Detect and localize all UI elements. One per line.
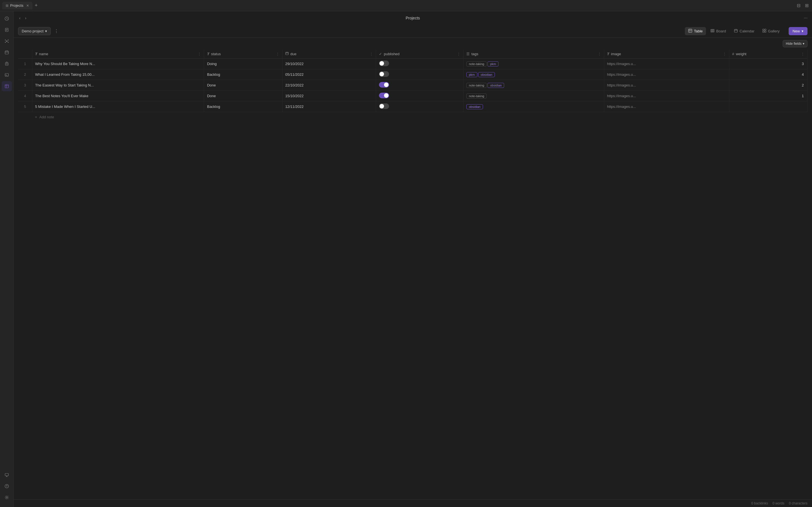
table-row[interactable]: 3The Easiest Way to Start Taking N...Don… [18, 80, 808, 91]
add-note-row[interactable]: + Add note [18, 112, 808, 122]
col-image-more[interactable]: ⋮ [723, 52, 726, 56]
table-row[interactable]: 4The Best Notes You'll Ever MakeDone15/1… [18, 91, 808, 101]
view-tab-table[interactable]: Table [685, 27, 706, 35]
col-name-more[interactable]: ⋮ [198, 52, 201, 56]
row-name[interactable]: 5 Mistake I Made When I Started U... [32, 101, 204, 112]
row-due[interactable]: 05/11/2022 [282, 69, 376, 80]
sidebar-item-clipboard[interactable] [2, 59, 12, 69]
row-image[interactable]: https://images.u... [604, 101, 729, 112]
svg-rect-18 [5, 62, 8, 65]
svg-line-11 [7, 41, 7, 41]
toolbar-more-button[interactable]: ⋮ [54, 29, 59, 34]
col-due[interactable]: due ⋮ [282, 50, 376, 59]
row-weight[interactable]: 3 [729, 59, 807, 69]
forward-button[interactable]: › [24, 15, 28, 21]
svg-rect-21 [5, 73, 8, 76]
sidebar-item-settings[interactable] [2, 492, 12, 503]
row-due[interactable]: 15/10/2022 [282, 91, 376, 101]
col-due-more[interactable]: ⋮ [370, 52, 373, 56]
row-published[interactable] [376, 101, 463, 112]
sidebar-item-graph[interactable] [2, 36, 12, 46]
col-weight-more[interactable]: ⋮ [801, 52, 804, 56]
collapse-sidebar-button[interactable]: ⊟ [796, 2, 802, 9]
row-image[interactable]: https://images.u... [604, 80, 729, 91]
sidebar-item-pages[interactable] [2, 25, 12, 35]
hide-fields-label: Hide fields [786, 42, 802, 46]
col-tags-more[interactable]: ⋮ [598, 52, 601, 56]
svg-point-6 [5, 40, 6, 41]
row-weight[interactable]: 2 [729, 80, 807, 91]
row-status[interactable]: Backlog [204, 69, 282, 80]
weight-hash-icon: # [732, 52, 734, 56]
row-published[interactable] [376, 91, 463, 101]
new-tab-button[interactable]: + [33, 1, 40, 10]
row-image[interactable]: https://images.u... [604, 91, 729, 101]
row-status[interactable]: Done [204, 80, 282, 91]
nav-more-button[interactable]: ··· [804, 15, 808, 20]
row-image[interactable]: https://images.u... [604, 69, 729, 80]
row-status[interactable]: Done [204, 91, 282, 101]
table-row[interactable]: 1Why You Should Be Taking More N...Doing… [18, 59, 808, 69]
row-due[interactable]: 29/10/2022 [282, 59, 376, 69]
row-name[interactable]: The Best Notes You'll Ever Make [32, 91, 204, 101]
svg-rect-45 [765, 31, 766, 33]
row-tags[interactable]: note-takingobsidian [463, 80, 604, 91]
row-published[interactable] [376, 69, 463, 80]
sidebar-item-monitor[interactable] [2, 470, 12, 480]
published-toggle[interactable] [379, 71, 389, 77]
col-status-more[interactable]: ⋮ [276, 52, 280, 56]
hide-fields-button[interactable]: Hide fields ▾ [783, 40, 808, 47]
projects-tab[interactable]: ⊞ Projects ✕ [2, 2, 33, 9]
row-weight[interactable]: 1 [729, 91, 807, 101]
col-name[interactable]: T name ⋮ [32, 50, 204, 59]
view-tab-gallery[interactable]: Gallery [759, 27, 783, 35]
row-published[interactable] [376, 59, 463, 69]
tab-close-icon[interactable]: ✕ [26, 4, 29, 8]
sidebar-item-calendar[interactable] [2, 47, 12, 57]
row-published[interactable] [376, 80, 463, 91]
sidebar-item-clock[interactable] [2, 13, 12, 24]
tag-item: note-taking [466, 61, 487, 66]
calendar-tab-label: Calendar [740, 29, 755, 33]
col-weight[interactable]: # weight ⋮ [729, 50, 807, 59]
top-nav: ‹ › Projects ··· [13, 11, 812, 25]
due-cal-icon [285, 52, 289, 56]
row-weight[interactable] [729, 101, 807, 112]
sidebar-item-help[interactable] [2, 481, 12, 491]
row-status[interactable]: Backlog [204, 101, 282, 112]
data-table: T name ⋮ T status ⋮ [18, 50, 808, 112]
published-toggle[interactable] [379, 93, 389, 98]
col-image[interactable]: T image ⋮ [604, 50, 729, 59]
view-tab-calendar[interactable]: Calendar [730, 27, 758, 35]
col-status[interactable]: T status ⋮ [204, 50, 282, 59]
window-layout-button[interactable]: ⊞ [804, 2, 810, 9]
sidebar-item-terminal[interactable] [2, 70, 12, 80]
sidebar-item-table[interactable] [2, 81, 12, 91]
row-status[interactable]: Doing [204, 59, 282, 69]
table-row[interactable]: 2What I Learned From Taking 15,00...Back… [18, 69, 808, 80]
row-name[interactable]: The Easiest Way to Start Taking N... [32, 80, 204, 91]
published-toggle[interactable] [379, 82, 389, 88]
new-button[interactable]: New ▾ [789, 27, 808, 35]
row-image[interactable]: https://images.u... [604, 59, 729, 69]
table-row[interactable]: 55 Mistake I Made When I Started U...Bac… [18, 101, 808, 112]
row-due[interactable]: 12/11/2022 [282, 101, 376, 112]
row-name[interactable]: What I Learned From Taking 15,00... [32, 69, 204, 80]
demo-project-button[interactable]: Demo project ▾ [18, 27, 51, 35]
row-name[interactable]: Why You Should Be Taking More N... [32, 59, 204, 69]
published-toggle[interactable] [379, 61, 389, 66]
row-tags[interactable]: note-takingpkm [463, 59, 604, 69]
row-tags[interactable]: note-taking [463, 91, 604, 101]
col-published-more[interactable]: ⋮ [457, 52, 460, 56]
back-button[interactable]: ‹ [18, 15, 22, 21]
col-published[interactable]: ✓ published ⋮ [376, 50, 463, 59]
row-due[interactable]: 22/10/2022 [282, 80, 376, 91]
row-tags[interactable]: obsidian [463, 101, 604, 112]
view-tab-board[interactable]: Board [707, 27, 729, 35]
row-tags[interactable]: pkmobsidian [463, 69, 604, 80]
published-toggle[interactable] [379, 103, 389, 109]
row-weight[interactable]: 4 [729, 69, 807, 80]
col-weight-label: weight [736, 52, 747, 56]
col-tags[interactable]: ☰ tags ⋮ [463, 50, 604, 59]
tab-label: Projects [10, 3, 23, 8]
